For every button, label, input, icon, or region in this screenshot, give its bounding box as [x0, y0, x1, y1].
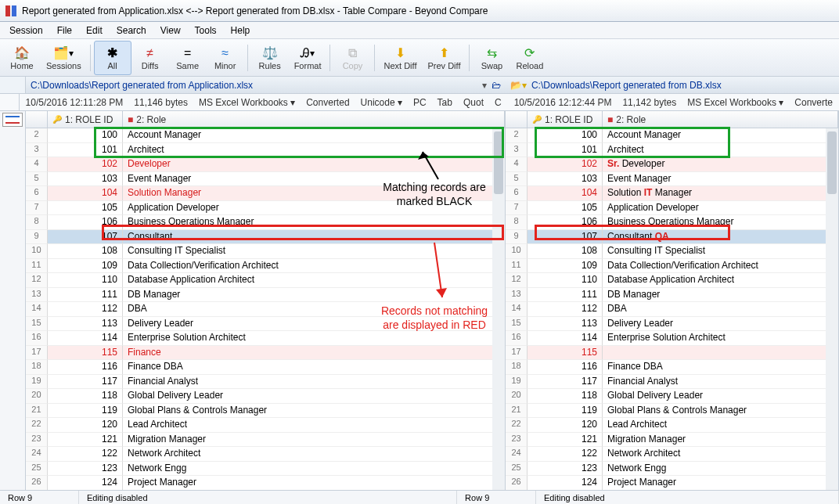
table-row[interactable]: 10108Consulting IT Specialist — [26, 244, 505, 259]
table-row[interactable]: 2100Account Manager — [26, 128, 505, 143]
table-row[interactable]: 26124Project Manager — [506, 476, 838, 490]
right-file-path[interactable]: C:\Downloads\Report generated from DB.xl… — [531, 80, 834, 91]
table-row[interactable]: 8106Business Operations Manager — [26, 215, 505, 230]
folder-open-icon[interactable]: 📂▾ — [510, 80, 527, 91]
table-row[interactable]: 18116Finance DBA — [506, 360, 838, 375]
rownum-cell: 2 — [506, 128, 528, 143]
left-filetype-dropdown[interactable]: MS Excel Workbooks ▾ — [199, 97, 295, 108]
menu-view[interactable]: View — [154, 23, 187, 38]
dropdown-icon[interactable]: ▾ — [482, 80, 487, 91]
table-row[interactable]: 24122Network Architect — [26, 447, 505, 462]
role-cell: Developer — [123, 157, 505, 172]
next-diff-button[interactable]: ⬇Next Diff — [378, 41, 422, 75]
menu-file[interactable]: File — [51, 23, 78, 38]
table-row[interactable]: 20118Global Delivery Leader — [26, 389, 505, 404]
rownum-cell: 13 — [26, 288, 48, 303]
table-row[interactable]: 13111DB Manager — [26, 288, 505, 303]
table-row[interactable]: 16114Enterprise Solution Architect — [506, 331, 838, 346]
table-row[interactable]: 25123Network Engg — [506, 462, 838, 477]
right-timestamp: 10/5/2016 12:12:44 PM — [514, 97, 612, 108]
table-row[interactable]: 7105Application Developer — [506, 201, 838, 216]
rownum-cell: 2 — [26, 128, 48, 143]
table-row[interactable]: 9107Consultant QA — [506, 230, 838, 245]
scrollbar-thumb[interactable] — [827, 131, 837, 194]
table-row[interactable]: 23121Migration Manager — [506, 433, 838, 448]
table-row[interactable]: 21119Global Plans & Controls Manager — [26, 404, 505, 419]
table-row[interactable]: 11109Data Collection/Verification Archit… — [26, 259, 505, 274]
menu-edit[interactable]: Edit — [80, 23, 109, 38]
menu-search[interactable]: Search — [110, 23, 153, 38]
all-button[interactable]: ✱All — [94, 41, 131, 75]
table-row[interactable]: 5103Event Manager — [506, 172, 838, 187]
prev-diff-button[interactable]: ⬆Prev Diff — [422, 41, 466, 75]
left-encoding-dropdown[interactable]: Unicode ▾ — [361, 97, 402, 108]
swap-button[interactable]: ⇆Swap — [473, 41, 510, 75]
table-row[interactable]: 24122Network Architect — [506, 447, 838, 462]
table-row[interactable]: 11109Data Collection/Verification Archit… — [506, 259, 838, 274]
right-col2-header[interactable]: ■2: Role — [603, 111, 838, 128]
browse-icon[interactable]: 🗁 — [492, 80, 501, 91]
sessions-button[interactable]: 🗂️▾Sessions — [41, 41, 87, 75]
table-row[interactable]: 22120Lead Architect — [506, 418, 838, 433]
table-row[interactable]: 15113Delivery Leader — [506, 317, 838, 332]
table-row[interactable]: 17115Finance — [26, 346, 505, 361]
table-row[interactable]: 19117Financial Analyst — [26, 375, 505, 390]
table-row[interactable]: 10108Consulting IT Specialist — [506, 244, 838, 259]
table-row[interactable]: 3101Architect — [506, 143, 838, 158]
table-row[interactable]: 4102Developer — [26, 157, 505, 172]
rownum-cell: 4 — [26, 157, 48, 172]
table-row[interactable]: 21119Global Plans & Controls Manager — [506, 404, 838, 419]
left-col2-header[interactable]: ■2: Role — [123, 111, 505, 128]
table-row[interactable]: 13111DB Manager — [506, 288, 838, 303]
roleid-cell: 100 — [528, 128, 603, 143]
menu-tools[interactable]: Tools — [189, 23, 223, 38]
rules-button[interactable]: ⚖️Rules — [251, 41, 289, 75]
table-row[interactable]: 19117Financial Analyst — [506, 375, 838, 390]
thumbnail-gutter[interactable] — [0, 111, 26, 490]
table-row[interactable]: 26124Project Manager — [26, 476, 505, 490]
right-scrollbar[interactable] — [826, 128, 838, 490]
table-row[interactable]: 9107Consultant — [26, 230, 505, 245]
table-row[interactable]: 17115 — [506, 346, 838, 361]
rownum-cell: 26 — [506, 476, 528, 490]
diffs-icon: ≠ — [146, 45, 153, 61]
left-col1-header[interactable]: 🔑1: ROLE ID — [48, 111, 123, 128]
table-row[interactable]: 18116Finance DBA — [26, 360, 505, 375]
format-button[interactable]: Ꭿ▾Format — [289, 41, 327, 75]
home-button[interactable]: 🏠Home — [3, 41, 41, 75]
rownum-cell: 5 — [26, 172, 48, 187]
diff-marker-icon: ■ — [607, 114, 613, 125]
table-row[interactable]: 16114Enterprise Solution Architect — [26, 331, 505, 346]
menu-help[interactable]: Help — [225, 23, 257, 38]
table-row[interactable]: 2100Account Manager — [506, 128, 838, 143]
copy-button[interactable]: ⧉Copy — [333, 41, 371, 75]
minor-button[interactable]: ≈Minor — [207, 41, 244, 75]
role-cell: Database Application Architect — [123, 273, 505, 288]
diffs-button[interactable]: ≠Diffs — [131, 41, 169, 75]
roleid-cell: 118 — [48, 389, 123, 404]
table-row[interactable]: 12110Database Application Architect — [506, 273, 838, 288]
role-cell: Event Manager — [603, 172, 838, 187]
table-row[interactable]: 22120Lead Architect — [26, 418, 505, 433]
table-row[interactable]: 8106Business Operations Manager — [506, 215, 838, 230]
table-row[interactable]: 6104Solution IT Manager — [506, 186, 838, 201]
left-status-edit: Editing disabled — [79, 491, 457, 504]
right-grid-body[interactable]: 2100Account Manager3101Architect4102Sr. … — [506, 128, 838, 490]
rownum-header[interactable] — [506, 111, 528, 128]
table-row[interactable]: 3101Architect — [26, 143, 505, 158]
same-button[interactable]: =Same — [169, 41, 207, 75]
table-row[interactable]: 4102Sr. Developer — [506, 157, 838, 172]
left-file-path[interactable]: C:\Downloads\Report generated from Appli… — [31, 80, 477, 91]
right-filetype-dropdown[interactable]: MS Excel Workbooks ▾ — [687, 97, 783, 108]
menu-session[interactable]: Session — [3, 23, 49, 38]
table-row[interactable]: 20118Global Delivery Leader — [506, 389, 838, 404]
table-row[interactable]: 12110Database Application Architect — [26, 273, 505, 288]
right-col1-header[interactable]: 🔑1: ROLE ID — [528, 111, 603, 128]
table-row[interactable]: 25123Network Engg — [26, 462, 505, 477]
rownum-cell: 18 — [506, 360, 528, 375]
reload-button[interactable]: ⟳Reload — [510, 41, 549, 75]
rownum-header[interactable] — [26, 111, 48, 128]
table-row[interactable]: 23121Migration Manager — [26, 433, 505, 448]
key-icon: 🔑 — [52, 115, 62, 124]
table-row[interactable]: 14112DBA — [506, 302, 838, 317]
